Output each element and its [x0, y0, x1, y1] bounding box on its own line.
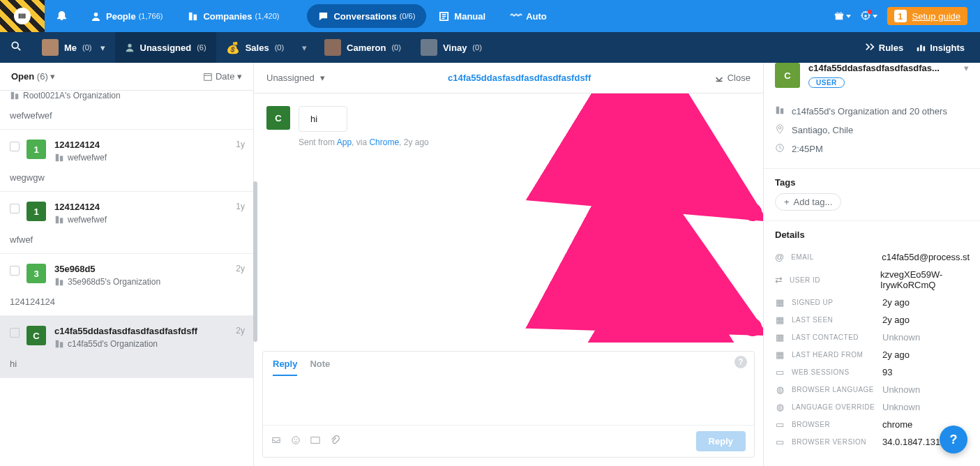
notifications-icon[interactable]	[45, 9, 78, 24]
insights-label: Insights	[930, 43, 965, 53]
conversation-item[interactable]: Root0021A's Organization wefwefwef	[0, 91, 253, 130]
svg-point-9	[864, 15, 867, 17]
svg-rect-30	[776, 107, 779, 114]
add-tag-button[interactable]: + Add tag...	[775, 193, 841, 211]
detail-label: BROWSER LANGUAGE	[792, 386, 875, 393]
svg-rect-1	[20, 14, 22, 19]
compose-tab-reply[interactable]: Reply	[273, 359, 297, 376]
svg-rect-21	[60, 218, 63, 223]
svg-rect-12	[917, 47, 919, 51]
insights-link[interactable]: Insights	[916, 43, 965, 53]
chevron-down-icon: ▾	[320, 73, 325, 83]
meta-app-link[interactable]: App	[337, 137, 352, 147]
help-icon[interactable]: ?	[734, 356, 747, 368]
logo-icon	[14, 8, 31, 24]
close-button[interactable]: Close	[714, 73, 751, 83]
svg-point-32	[778, 127, 781, 130]
user-name[interactable]: c14fa55ddasfasdfasdfasdfas...	[808, 63, 960, 73]
open-label: Open	[11, 71, 34, 82]
conv-org: wefwefwef	[68, 153, 107, 163]
at-icon: @	[775, 252, 784, 262]
svg-rect-20	[56, 216, 59, 224]
compose-textarea[interactable]	[263, 376, 754, 425]
svg-rect-29	[311, 437, 319, 444]
thread-title[interactable]: c14fa55ddasfasdfasdfasdfasfdsff	[448, 73, 591, 83]
select-checkbox[interactable]	[10, 204, 20, 213]
select-checkbox[interactable]	[10, 328, 20, 338]
rules-label: Rules	[879, 43, 903, 53]
detail-value: 2y ago	[882, 315, 910, 325]
conversation-item[interactable]: 2y 3 35e968d5 35e968d5's Organization 12…	[0, 254, 253, 316]
conv-preview: wegwgw	[10, 172, 243, 183]
detail-value: 2y ago	[882, 350, 910, 360]
assignee-dropdown[interactable]: Unassigned ▾	[266, 73, 325, 83]
svg-point-27	[294, 439, 295, 439]
user-local-time: 2:45PM	[792, 144, 823, 154]
inbox-cameron-label: Cameron	[347, 43, 386, 53]
emoji-icon[interactable]	[291, 435, 301, 447]
setup-guide-button[interactable]: 1 Setup guide	[887, 7, 967, 25]
detail-label: LAST SEEN	[792, 316, 875, 324]
inbox-vinay-label: Vinay	[443, 43, 467, 53]
nav-manual[interactable]: Manual	[426, 0, 498, 32]
help-fab[interactable]: ?	[940, 426, 967, 453]
gif-icon[interactable]	[310, 435, 320, 447]
conv-org: Root0021A's Organization	[23, 91, 121, 100]
svg-point-11	[128, 44, 131, 47]
message: C hi	[266, 106, 751, 132]
conv-preview: hi	[10, 359, 243, 369]
select-checkbox[interactable]	[10, 142, 20, 151]
inbox-unassigned[interactable]: Unassigned (6)	[115, 32, 216, 63]
conv-time: 2y	[236, 264, 245, 273]
detail-value: Unknown	[882, 402, 920, 412]
close-label: Close	[728, 73, 751, 83]
conv-time: 2y	[236, 326, 245, 336]
nav-people[interactable]: People (1,766)	[78, 0, 175, 32]
inbox-cameron-count: (0)	[391, 43, 400, 52]
sessions-icon: ▭	[775, 367, 785, 377]
annotation-arrow	[644, 289, 763, 343]
user-org[interactable]: c14fa55d's Organization and 20 others	[792, 106, 947, 116]
inbox-icon[interactable]	[271, 435, 281, 447]
conv-time: 1y	[236, 202, 245, 211]
nav-conversations-label: Conversations	[333, 11, 396, 22]
conversation-item[interactable]: 1y 1 124124124 wefwefwef wegwgw	[0, 130, 253, 192]
attachment-icon[interactable]	[330, 435, 340, 447]
globe-icon: ◍	[775, 384, 785, 395]
detail-label: WEB SESSIONS	[792, 368, 875, 376]
user-menu-chevron[interactable]: ▾	[964, 63, 969, 73]
inbox-me[interactable]: Me (0) ▾	[32, 32, 115, 63]
app-logo[interactable]	[0, 0, 45, 32]
rules-link[interactable]: Rules	[865, 43, 903, 53]
present-icon[interactable]	[834, 11, 851, 21]
plus-icon: +	[784, 197, 790, 207]
nav-conversations[interactable]: Conversations (0/6)	[307, 4, 426, 28]
inbox-chevron[interactable]: ▾	[294, 43, 315, 53]
search-icon[interactable]	[0, 41, 32, 54]
conversation-list: Open (6) ▾ Date ▾ Root0021A's Organizati…	[0, 63, 254, 466]
moneybag-icon: 💰	[226, 41, 240, 54]
avatar-me	[42, 39, 59, 56]
svg-point-4	[94, 12, 98, 16]
conversation-item[interactable]: 1y 1 124124124 wefwefwef wfwef	[0, 192, 253, 254]
compose-tab-note[interactable]: Note	[310, 359, 330, 376]
select-checkbox[interactable]	[10, 266, 20, 276]
conv-org: c14fa55d's Organization	[68, 339, 158, 349]
nav-companies[interactable]: Companies (1,420)	[175, 0, 292, 32]
inbox-vinay[interactable]: Vinay (0)	[411, 32, 492, 63]
meta-browser-link[interactable]: Chrome	[369, 137, 399, 147]
open-filter[interactable]: Open (6) ▾	[11, 71, 55, 82]
settings-icon[interactable]	[861, 11, 877, 21]
conv-preview: 124124124	[10, 296, 243, 307]
inbox-sales[interactable]: 💰 Sales (0)	[216, 32, 294, 63]
nav-conversations-count: (0/6)	[400, 12, 416, 20]
conversation-item[interactable]: 2y C c14fa55ddasfasdfasdfasdfasfdsff c14…	[0, 316, 253, 378]
avatar-vinay	[421, 39, 437, 56]
reply-button[interactable]: Reply	[696, 431, 746, 451]
laptop-icon: ▭	[775, 437, 785, 447]
sort-filter[interactable]: Date ▾	[203, 71, 242, 82]
detail-value[interactable]: c14fa55d@process.st	[882, 252, 970, 262]
inbox-cameron[interactable]: Cameron (0)	[315, 32, 411, 63]
nav-auto[interactable]: 〰 Auto	[498, 0, 559, 32]
detail-value: 34.0.1847.131	[882, 437, 940, 447]
